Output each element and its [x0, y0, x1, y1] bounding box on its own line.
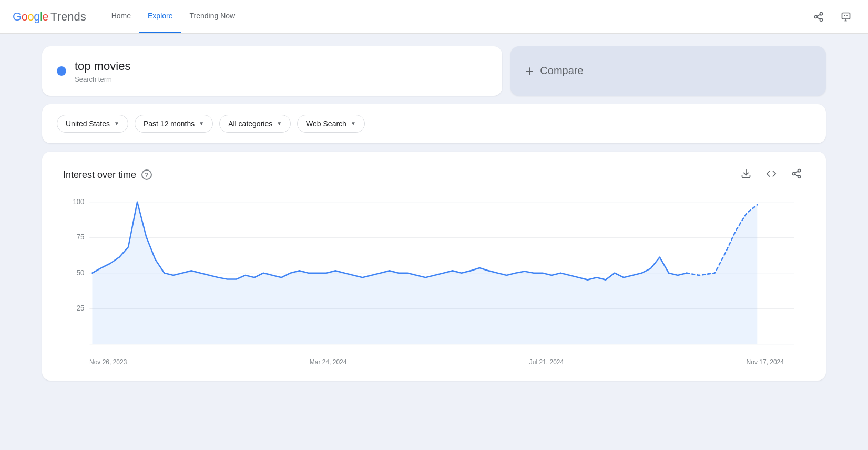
search-term-text: top movies [75, 59, 130, 74]
svg-text:75: 75 [77, 233, 85, 241]
svg-text:100: 100 [73, 197, 84, 205]
search-term-label: Search term [75, 75, 130, 83]
nav-explore[interactable]: Explore [139, 0, 181, 33]
category-filter-label: All categories [228, 119, 272, 128]
svg-line-14 [795, 174, 798, 176]
svg-rect-5 [842, 13, 850, 19]
embed-chart-button[interactable] [763, 166, 780, 184]
svg-text:50: 50 [77, 268, 85, 276]
search-term-info: top movies Search term [75, 59, 130, 83]
chart-title-row: Interest over time ? [63, 169, 152, 181]
nav-trending[interactable]: Trending Now [181, 0, 244, 33]
svg-text:25: 25 [77, 304, 85, 312]
compare-label: Compare [540, 65, 583, 77]
chart-title: Interest over time [63, 169, 136, 181]
share-button[interactable] [809, 7, 828, 26]
x-label-2: Jul 21, 2024 [529, 358, 564, 366]
chart-actions [738, 166, 805, 184]
x-label-3: Nov 17, 2024 [747, 358, 784, 366]
help-icon[interactable]: ? [141, 169, 152, 180]
x-axis-labels: Nov 26, 2023 Mar 24, 2024 Jul 21, 2024 N… [63, 358, 805, 366]
google-trends-logo[interactable]: Google Trends [13, 10, 86, 24]
chart-area: 100 75 50 25 [63, 196, 805, 354]
header-actions [809, 7, 855, 26]
compare-card[interactable]: + Compare [510, 46, 826, 96]
region-filter-label: United States [66, 119, 110, 128]
search-type-chevron-icon: ▼ [351, 121, 356, 126]
svg-line-3 [817, 17, 820, 19]
share-chart-button[interactable] [788, 166, 805, 184]
region-chevron-icon: ▼ [114, 121, 119, 126]
interest-over-time-card: Interest over time ? [42, 152, 826, 381]
period-filter-label: Past 12 months [144, 119, 195, 128]
category-chevron-icon: ▼ [277, 121, 282, 126]
search-compare-row: top movies Search term + Compare [42, 46, 826, 96]
period-chevron-icon: ▼ [199, 121, 204, 126]
share-chart-icon [791, 168, 802, 179]
feedback-icon [841, 12, 851, 22]
trend-chart-svg: 100 75 50 25 [63, 196, 805, 354]
x-label-0: Nov 26, 2023 [89, 358, 127, 366]
trends-wordmark: Trends [50, 10, 86, 24]
chart-header: Interest over time ? [63, 166, 805, 184]
x-label-1: Mar 24, 2024 [310, 358, 347, 366]
download-icon [741, 168, 751, 179]
search-type-filter-label: Web Search [306, 119, 346, 128]
google-wordmark: Google [13, 10, 48, 24]
header: Google Trends Home Explore Trending Now [0, 0, 868, 34]
compare-plus-icon: + [525, 64, 534, 78]
search-term-card: top movies Search term [42, 46, 502, 96]
download-chart-button[interactable] [738, 166, 754, 184]
main-nav: Home Explore Trending Now [103, 0, 809, 33]
search-dot [57, 66, 66, 76]
svg-line-4 [817, 14, 820, 16]
filter-row: United States ▼ Past 12 months ▼ All cat… [42, 104, 826, 143]
search-type-filter[interactable]: Web Search ▼ [297, 115, 365, 133]
nav-home[interactable]: Home [103, 0, 139, 33]
main-content: top movies Search term + Compare United … [0, 34, 868, 393]
period-filter[interactable]: Past 12 months ▼ [135, 115, 213, 133]
share-icon [813, 12, 824, 22]
feedback-button[interactable] [836, 7, 855, 26]
embed-icon [766, 168, 777, 179]
region-filter[interactable]: United States ▼ [57, 115, 128, 133]
category-filter[interactable]: All categories ▼ [219, 115, 291, 133]
svg-line-15 [795, 171, 798, 173]
